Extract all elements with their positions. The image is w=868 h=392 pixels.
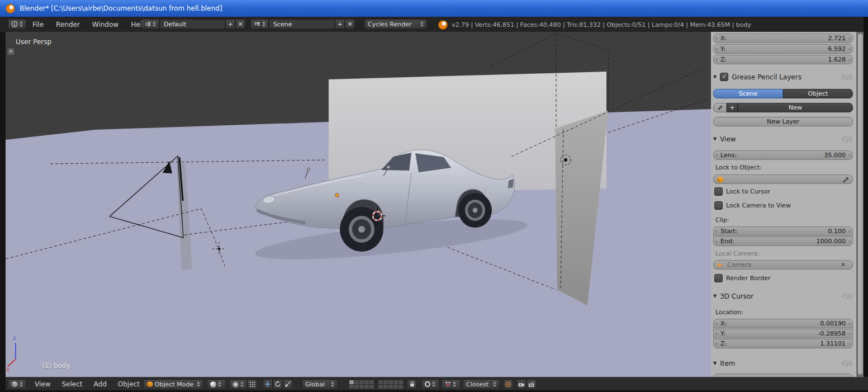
opengl-animation-button[interactable] (527, 379, 537, 389)
transform-z-field[interactable]: ‹Z: 1.628› (713, 55, 853, 64)
scale-icon (284, 381, 291, 388)
car-front-wheel (340, 207, 383, 252)
transform-x-field[interactable]: ‹X: 2.721› (713, 34, 853, 43)
menu-add[interactable]: Add (94, 380, 107, 388)
magnet-icon (445, 381, 451, 388)
menu-window[interactable]: Window (92, 21, 118, 29)
window-right-edge (864, 17, 868, 392)
pivot-align-toggle[interactable] (247, 379, 257, 389)
render-border-checkbox[interactable] (714, 274, 723, 282)
pivot-arrows-icon (240, 381, 244, 387)
lock-to-object-picker[interactable] (713, 174, 853, 184)
orientation-arrows-icon (331, 381, 334, 387)
window-titlebar[interactable]: Blender* [C:\Users\airbe\Documents\datsu… (0, 0, 868, 17)
clip-start-field[interactable]: ‹Start: 0.100› (713, 226, 853, 236)
gp-new-layer-button[interactable]: New Layer (713, 117, 853, 126)
lock-camera-checkbox[interactable] (714, 201, 723, 210)
layout-browse-button[interactable] (141, 19, 159, 29)
scene-close-button[interactable]: ✕ (345, 19, 355, 29)
snap-toggle-dropdown[interactable] (442, 379, 461, 389)
menu-view[interactable]: View (35, 380, 50, 388)
transform-y-field[interactable]: ‹Y: 6.592› (713, 44, 853, 54)
collapse-triangle-icon: ▼ (713, 136, 717, 141)
layout-close-button[interactable]: ✕ (235, 19, 245, 29)
scene-name-field[interactable]: Scene (269, 19, 335, 29)
layout-add-button[interactable]: + (225, 19, 235, 29)
proportional-edit-dropdown[interactable] (421, 379, 439, 389)
translate-icon (264, 381, 271, 388)
proportional-circle-icon (425, 381, 430, 387)
camera-icon (717, 262, 724, 269)
pivot-point-dropdown[interactable] (229, 379, 247, 389)
layout-arrows-icon (153, 21, 156, 27)
item-panel-header[interactable]: ▼ Item (713, 358, 853, 368)
window-left-edge (0, 32, 6, 392)
cursor-y-field[interactable]: ‹Y: -0.28958› (713, 329, 853, 338)
render-engine-dropdown[interactable]: Cycles Render (364, 19, 427, 29)
lens-field[interactable]: ‹Lens: 35.000› (713, 150, 853, 160)
gp-add-brush-button[interactable]: + (727, 103, 738, 112)
snap-target-icon (505, 381, 511, 388)
gp-brush-button[interactable] (713, 103, 727, 112)
snap-target-button[interactable] (503, 379, 513, 389)
render-border-row[interactable]: Render Border (714, 274, 771, 282)
gp-scene-tab[interactable]: Scene (713, 89, 783, 98)
editor-type-button-3d[interactable] (8, 379, 26, 389)
snap-element-dropdown[interactable]: Closest (463, 379, 500, 389)
viewport-scene: z x (6, 32, 711, 377)
menu-object[interactable]: Object (118, 380, 140, 388)
center-points-icon (249, 381, 255, 388)
clear-camera-icon[interactable]: ✕ (841, 261, 846, 268)
menu-file[interactable]: File (32, 21, 44, 29)
cursor-panel-header[interactable]: ▼ 3D Cursor (713, 291, 853, 301)
sidebar-scrollbar[interactable] (856, 32, 864, 377)
mode-dropdown[interactable]: Object Mode (143, 379, 203, 389)
blender-splash-icon[interactable] (438, 20, 448, 30)
layout-name-field[interactable]: Default (159, 19, 225, 29)
scene-icon (254, 21, 260, 27)
eyedropper-icon[interactable] (842, 176, 850, 183)
grease-pencil-checkbox[interactable]: ✓ (720, 73, 728, 81)
editor-type-button[interactable] (8, 19, 26, 29)
lock-to-cursor-row[interactable]: Lock to Cursor (714, 187, 770, 196)
local-camera-field[interactable]: Camera ✕ (713, 260, 853, 270)
pencil-icon (717, 105, 723, 111)
scrollbar-thumb[interactable] (857, 33, 864, 375)
view-panel-header[interactable]: ▼ View (713, 134, 853, 144)
collapse-triangle-icon: ▼ (713, 74, 717, 79)
orientation-dropdown[interactable]: Global (302, 379, 338, 389)
panel-grip (842, 136, 853, 142)
opengl-render-button[interactable] (516, 379, 527, 389)
cursor-x-field[interactable]: ‹X: 0.00190› (713, 319, 853, 328)
layers-grid-right[interactable] (378, 380, 403, 389)
info-header: File Render Window Help Default + ✕ S (0, 17, 868, 32)
clip-label: Clip: (715, 216, 729, 224)
scene-lock-button[interactable] (407, 379, 417, 389)
object-origin-dot[interactable] (335, 193, 339, 197)
object-cube-icon (717, 176, 724, 183)
translate-manipulator-button[interactable] (263, 379, 273, 389)
cursor-z-field[interactable]: ‹Z: 1.31101› (713, 339, 853, 348)
viewport-3d[interactable]: z x User Persp (1) body + (6, 32, 711, 377)
panel-grip (842, 361, 853, 366)
menu-select[interactable]: Select (61, 380, 82, 388)
rotate-icon (274, 381, 281, 388)
scene-browse-button[interactable] (250, 19, 269, 29)
viewport-shading-dropdown[interactable] (207, 379, 226, 389)
grease-pencil-panel-header[interactable]: ▼ ✓ Grease Pencil Layers (713, 72, 853, 82)
toolshelf-expand-button[interactable]: + (7, 48, 15, 56)
scale-manipulator-button[interactable] (283, 379, 293, 389)
lock-camera-row[interactable]: Lock Camera to View (714, 201, 791, 210)
lock-to-cursor-checkbox[interactable] (714, 187, 723, 196)
svg-text:x: x (6, 366, 10, 372)
rotate-manipulator-button[interactable] (273, 379, 283, 389)
gp-new-button[interactable]: New (738, 103, 853, 112)
clapper-icon (528, 381, 535, 388)
menu-render[interactable]: Render (56, 21, 80, 29)
view-name-label: User Persp (16, 38, 51, 46)
clip-end-field[interactable]: ‹End: 1000.000› (713, 237, 853, 246)
svg-text:z: z (13, 335, 16, 341)
scene-add-button[interactable]: + (335, 19, 345, 29)
layers-grid-left[interactable] (349, 380, 374, 389)
gp-object-tab[interactable]: Object (783, 89, 853, 98)
